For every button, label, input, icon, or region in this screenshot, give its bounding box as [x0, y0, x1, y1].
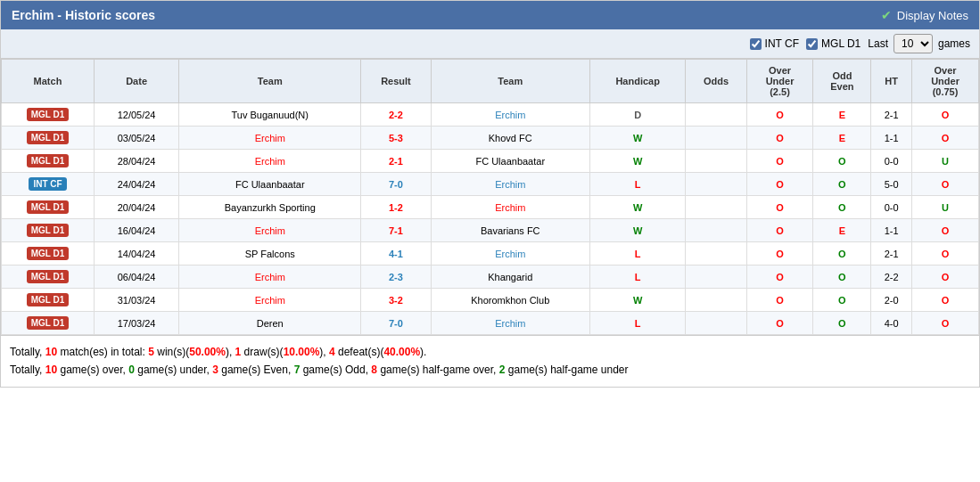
- cell-odd-even: O: [813, 289, 871, 312]
- mgl-d1-label: MGL D1: [821, 37, 861, 50]
- cell-handicap: [686, 103, 746, 127]
- cell-ht: 4-0: [871, 312, 912, 335]
- cell-match: MGL D1: [2, 196, 95, 219]
- cell-odd-even: O: [813, 173, 871, 196]
- cell-score: 2-1: [361, 150, 431, 173]
- mgl-d1-checkbox[interactable]: [806, 38, 818, 50]
- games-count-select[interactable]: 5 10 15 20: [894, 34, 933, 53]
- cell-ht: 2-2: [871, 266, 912, 289]
- mgl-d1-checkbox-label[interactable]: MGL D1: [806, 37, 861, 50]
- int-cf-checkbox-label[interactable]: INT CF: [750, 37, 799, 50]
- cell-match: MGL D1: [2, 242, 95, 266]
- match-badge: MGL D1: [27, 200, 70, 214]
- col-over-under-25: OverUnder(2.5): [746, 60, 813, 103]
- table-row: MGL D1 20/04/24 Bayanzurkh Sporting 1-2 …: [2, 196, 979, 219]
- cell-result: W: [589, 289, 685, 312]
- cell-team2: Erchim: [431, 173, 589, 196]
- cell-date: 24/04/24: [94, 173, 178, 196]
- cell-result: W: [589, 150, 685, 173]
- cell-odd-even: E: [813, 127, 871, 150]
- cell-odd-even: O: [813, 266, 871, 289]
- last-games-selector: Last 5 10 15 20 games: [868, 34, 970, 53]
- cell-score: 5-3: [361, 127, 431, 150]
- col-over-under-075: OverUnder(0.75): [912, 60, 979, 103]
- cell-odd-even: O: [813, 196, 871, 219]
- wins-pct: 50.00%: [189, 346, 226, 358]
- cell-match: MGL D1: [2, 219, 95, 242]
- cell-over-under-25: O: [746, 103, 813, 127]
- cell-ht: 2-1: [871, 242, 912, 266]
- cell-over-under-075: O: [912, 103, 979, 127]
- cell-date: 31/03/24: [94, 289, 178, 312]
- cell-score: 7-0: [361, 312, 431, 335]
- cell-over-under-075: O: [912, 289, 979, 312]
- cell-odd-even: O: [813, 312, 871, 335]
- games-even: 7: [294, 364, 301, 376]
- last-label: Last: [868, 37, 888, 50]
- cell-ht: 0-0: [871, 196, 912, 219]
- cell-result: L: [589, 173, 685, 196]
- table-row: MGL D1 06/04/24 Erchim 2-3 Khangarid L O…: [2, 266, 979, 289]
- cell-score: 1-2: [361, 196, 431, 219]
- cell-result: W: [589, 219, 685, 242]
- cell-handicap: [686, 196, 746, 219]
- cell-score: 7-1: [361, 219, 431, 242]
- cell-ht: 0-0: [871, 150, 912, 173]
- cell-odd-even: E: [813, 103, 871, 127]
- defeats-count: 4: [329, 346, 335, 358]
- cell-result: L: [589, 312, 685, 335]
- cell-over-under-25: O: [746, 173, 813, 196]
- cell-over-under-25: O: [746, 312, 813, 335]
- summary-bar: Totally, 10 match(es) in total: 5 win(s)…: [1, 335, 979, 387]
- cell-date: 12/05/24: [94, 103, 178, 127]
- display-notes-check-icon[interactable]: ✔: [881, 8, 892, 22]
- cell-handicap: [686, 242, 746, 266]
- table-header-row: Match Date Team Result Team Handicap Odd…: [2, 60, 979, 103]
- cell-team2: Erchim: [431, 312, 589, 335]
- cell-team1: Erchim: [179, 150, 361, 173]
- summary-line2: Totally, 10 game(s) over, 0 game(s) unde…: [10, 361, 970, 379]
- table-row: INT CF 24/04/24 FC Ulaanbaatar 7-0 Erchi…: [2, 173, 979, 196]
- display-notes-label[interactable]: Display Notes: [897, 9, 968, 22]
- total-matches: 10: [45, 346, 57, 358]
- cell-team1: Erchim: [179, 289, 361, 312]
- cell-over-under-25: O: [746, 242, 813, 266]
- cell-match: MGL D1: [2, 289, 95, 312]
- cell-match: MGL D1: [2, 266, 95, 289]
- cell-over-under-075: O: [912, 266, 979, 289]
- cell-result: W: [589, 196, 685, 219]
- cell-match: MGL D1: [2, 103, 95, 127]
- col-match: Match: [2, 60, 95, 103]
- match-badge: MGL D1: [27, 154, 70, 167]
- cell-over-under-075: U: [912, 196, 979, 219]
- cell-date: 16/04/24: [94, 219, 178, 242]
- match-badge: MGL D1: [27, 224, 70, 237]
- games-odd: 8: [371, 364, 377, 376]
- cell-team1: Deren: [179, 312, 361, 335]
- int-cf-checkbox[interactable]: [750, 38, 762, 50]
- defeats-pct: 40.00%: [383, 346, 420, 358]
- games-hg-over: 2: [499, 364, 506, 376]
- match-badge: MGL D1: [27, 131, 70, 144]
- cell-handicap: [686, 219, 746, 242]
- match-badge: MGL D1: [27, 293, 70, 306]
- cell-over-under-25: O: [746, 219, 813, 242]
- cell-team2: Erchim: [431, 103, 589, 127]
- cell-over-under-075: O: [912, 173, 979, 196]
- cell-over-under-075: O: [912, 242, 979, 266]
- scores-table: Match Date Team Result Team Handicap Odd…: [1, 59, 979, 335]
- cell-ht: 2-0: [871, 289, 912, 312]
- cell-result: D: [589, 103, 685, 127]
- table-row: MGL D1 12/05/24 Tuv Buganuud(N) 2-2 Erch…: [2, 103, 979, 127]
- cell-handicap: [686, 266, 746, 289]
- cell-over-under-25: O: [746, 266, 813, 289]
- cell-handicap: [686, 150, 746, 173]
- summary-line1: Totally, 10 match(es) in total: 5 win(s)…: [10, 343, 970, 361]
- col-date: Date: [94, 60, 178, 103]
- total-games: 10: [45, 364, 57, 376]
- match-badge: MGL D1: [27, 270, 70, 283]
- cell-team1: Tuv Buganuud(N): [179, 103, 361, 127]
- cell-score: 3-2: [361, 289, 431, 312]
- cell-odd-even: O: [813, 242, 871, 266]
- header: Erchim - Historic scores ✔ Display Notes: [1, 1, 979, 29]
